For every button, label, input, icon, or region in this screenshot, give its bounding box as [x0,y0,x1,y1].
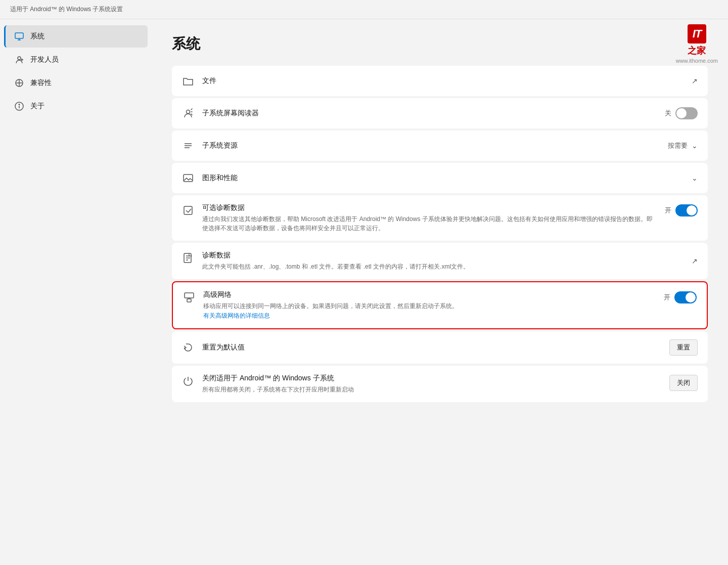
folder-icon [182,75,194,87]
ithome-logo: IT 之家 www.ithome.com [676,24,718,64]
graphics-control: ⌄ [692,174,698,182]
close-wsa-button[interactable]: 关闭 [669,375,698,391]
sidebar-item-developer[interactable]: 开发人员 [4,49,148,71]
diag-optional-toggle-label: 开 [665,206,671,215]
screen-reader-toggle[interactable] [675,107,698,119]
resources-title: 子系统资源 [202,141,660,150]
sidebar-label-system: 系统 [30,32,44,41]
setting-row-close-wsa: 关闭适用于 Android™ 的 Windows 子系统 所有应用都将关闭，子系… [172,366,708,402]
diag-data-desc: 此文件夹可能包括 .anr、.log、.tomb 和 .etl 文件。若要查看 … [202,262,684,271]
sidebar-item-about[interactable]: 关于 [4,95,148,117]
svg-line-20 [188,209,191,212]
close-wsa-title: 关闭适用于 Android™ 的 Windows 子系统 [202,374,661,383]
diag-data-title: 诊断数据 [202,251,684,260]
screen-reader-title: 子系统屏幕阅读器 [202,109,657,118]
advanced-network-title: 高级网络 [203,290,656,299]
diag-optional-toggle[interactable] [675,204,698,216]
advanced-network-toggle-label: 开 [664,293,670,302]
reset-text: 重置为默认值 [202,343,661,352]
setting-row-resources: 子系统资源 按需要 ⌄ [172,131,708,161]
svg-rect-17 [184,175,193,182]
diag-optional-desc: 通过向我们发送其他诊断数据，帮助 Microsoft 改进适用于 Android… [202,214,657,233]
files-control[interactable]: ↗ [692,77,698,85]
advanced-network-desc: 移动应用可以连接到同一网络上的设备。如果遇到问题，请关闭此设置，然后重新启动子系… [203,301,656,311]
svg-rect-25 [187,299,191,302]
compat-icon [14,78,24,88]
diag-optional-title: 可选诊断数据 [202,203,657,212]
setting-row-graphics: 图形和性能 ⌄ [172,163,708,193]
diag-data-external-link-icon: ↗ [692,257,698,265]
close-wsa-control: 关闭 [669,375,698,391]
setting-row-advanced-network: 高级网络 移动应用可以连接到同一网络上的设备。如果遇到问题，请关闭此设置，然后重… [172,281,708,329]
setting-row-diag-data: 诊断数据 此文件夹可能包括 .anr、.log、.tomb 和 .etl 文件。… [172,243,708,279]
resources-text: 子系统资源 [202,141,660,150]
svg-point-13 [187,110,190,114]
graphics-title: 图形和性能 [202,173,684,183]
diag-data-control[interactable]: ↗ [692,257,698,265]
screen-reader-control: 关 [665,107,698,119]
screen-reader-toggle-label: 关 [665,109,671,118]
graphics-chevron[interactable]: ⌄ [692,174,698,182]
sidebar-label-compatibility: 兼容性 [30,78,52,88]
close-wsa-desc: 所有应用都将关闭，子系统将在下次打开应用时重新启动 [202,385,661,394]
top-bar: 适用于 Android™ 的 Windows 子系统设置 [0,0,728,19]
resources-icon [182,140,194,152]
reset-control: 重置 [669,339,698,356]
svg-point-12 [19,104,20,105]
toggle-thumb [686,292,696,302]
reset-button[interactable]: 重置 [669,339,698,356]
diagnostic-icon [182,204,194,216]
svg-rect-18 [184,206,192,214]
setting-row-diag-optional: 可选诊断数据 通过向我们发送其他诊断数据，帮助 Microsoft 改进适用于 … [172,195,708,241]
external-link-icon: ↗ [692,77,698,85]
graphics-icon [182,172,194,184]
monitor-icon [14,31,24,41]
setting-row-reset: 重置为默认值 重置 [172,331,708,364]
svg-line-19 [186,210,188,212]
advanced-network-control: 开 [664,291,697,303]
sidebar-label-developer: 开发人员 [30,55,59,64]
reset-title: 重置为默认值 [202,343,661,352]
screen-reader-icon [182,107,194,119]
sidebar-item-compatibility[interactable]: 兼容性 [4,72,148,94]
main-container: IT 之家 www.ithome.com 系统 [0,19,728,565]
diag-optional-control: 开 [665,204,698,216]
files-text: 文件 [202,76,684,85]
setting-row-screen-reader: 子系统屏幕阅读器 关 [172,98,708,128]
sidebar-item-system[interactable]: 系统 [4,25,148,48]
info-icon [14,101,24,111]
resources-dropdown-value: 按需要 [668,141,688,150]
reset-icon [182,341,194,354]
sidebar: 系统 开发人员 兼容性 [0,19,152,565]
diag-data-text: 诊断数据 此文件夹可能包括 .anr、.log、.tomb 和 .etl 文件。… [202,251,684,271]
toggle-thumb [687,205,697,215]
advanced-network-text: 高级网络 移动应用可以连接到同一网络上的设备。如果遇到问题，请关闭此设置，然后重… [203,290,656,320]
resources-chevron[interactable]: ⌄ [692,142,698,150]
svg-rect-26 [185,293,194,298]
setting-row-files: 文件 ↗ [172,66,708,96]
svg-rect-0 [15,33,23,38]
resources-control: 按需要 ⌄ [668,141,698,150]
network-icon [183,291,195,303]
graphics-text: 图形和性能 [202,173,684,183]
close-wsa-text: 关闭适用于 Android™ 的 Windows 子系统 所有应用都将关闭，子系… [202,374,661,394]
content-area: 系统 文件 ↗ [152,19,728,565]
advanced-network-toggle[interactable] [674,291,697,303]
svg-point-3 [18,57,21,60]
top-bar-title: 适用于 Android™ 的 Windows 子系统设置 [10,6,123,13]
logo-url: www.ithome.com [676,58,718,64]
diagnostic-file-icon [182,252,194,264]
logo-name-zh: 之家 [688,45,706,57]
screen-reader-text: 子系统屏幕阅读器 [202,109,657,118]
power-icon [182,375,194,387]
page-title: 系统 [172,34,708,54]
toggle-thumb [676,108,687,118]
diag-optional-text: 可选诊断数据 通过向我们发送其他诊断数据，帮助 Microsoft 改进适用于 … [202,203,657,233]
advanced-network-link[interactable]: 有关高级网络的详细信息 [203,312,270,319]
files-title: 文件 [202,76,684,85]
sidebar-label-about: 关于 [30,102,44,111]
developer-icon [14,55,24,65]
logo-badge: IT [688,24,707,44]
